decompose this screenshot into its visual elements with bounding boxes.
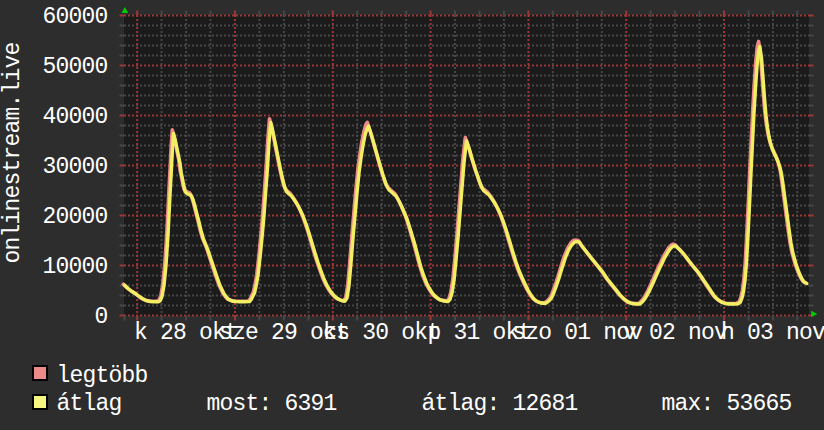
svg-text:h 03 nov: h 03 nov bbox=[721, 320, 824, 346]
svg-text:10000: 10000 bbox=[42, 254, 107, 280]
svg-text:v 02 nov: v 02 nov bbox=[623, 320, 728, 346]
svg-text:max: 53665: max: 53665 bbox=[662, 391, 792, 417]
svg-text:20000: 20000 bbox=[42, 204, 107, 230]
svg-text:cs 30 okt: cs 30 okt bbox=[323, 320, 440, 346]
svg-text:legtöbb: legtöbb bbox=[57, 363, 148, 389]
svg-text:0: 0 bbox=[94, 304, 107, 330]
svg-text:60000: 60000 bbox=[42, 4, 107, 30]
svg-text:50000: 50000 bbox=[42, 54, 107, 80]
svg-text:onlinestream.live: onlinestream.live bbox=[0, 42, 26, 263]
svg-text:átlag: átlag bbox=[57, 391, 122, 417]
svg-text:40000: 40000 bbox=[42, 104, 107, 130]
svg-text:most: 6391: most: 6391 bbox=[207, 391, 337, 417]
svg-text:30000: 30000 bbox=[42, 154, 107, 180]
svg-text:átlag: 12681: átlag: 12681 bbox=[422, 391, 578, 417]
